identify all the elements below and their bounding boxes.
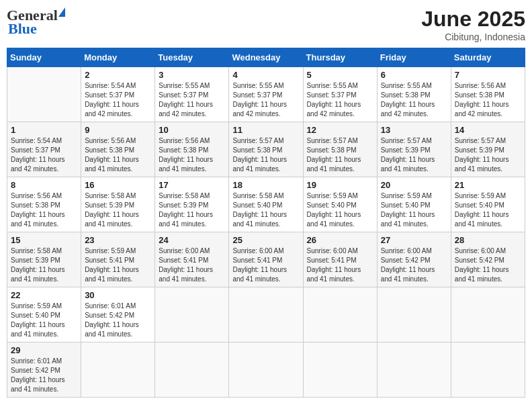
header: General Blue June 2025 Cibitung, Indones… [7, 7, 525, 42]
calendar-cell [7, 67, 81, 122]
day-info: Sunrise: 5:58 AMSunset: 5:39 PMDaylight:… [85, 191, 151, 229]
calendar-cell: 10Sunrise: 5:56 AMSunset: 5:38 PMDayligh… [155, 122, 229, 177]
day-number: 26 [307, 235, 373, 245]
calendar-cell: 13Sunrise: 5:57 AMSunset: 5:39 PMDayligh… [377, 122, 451, 177]
day-number: 12 [307, 125, 373, 135]
calendar-cell [229, 287, 303, 342]
day-info: Sunrise: 5:54 AMSunset: 5:37 PMDaylight:… [85, 81, 151, 119]
day-number: 14 [455, 125, 521, 135]
day-info: Sunrise: 5:58 AMSunset: 5:39 PMDaylight:… [11, 246, 77, 284]
day-number: 5 [307, 70, 373, 80]
calendar-cell: 16Sunrise: 5:58 AMSunset: 5:39 PMDayligh… [81, 177, 155, 232]
day-number: 23 [85, 235, 151, 245]
day-info: Sunrise: 5:56 AMSunset: 5:38 PMDaylight:… [11, 191, 77, 229]
day-info: Sunrise: 5:59 AMSunset: 5:41 PMDaylight:… [85, 246, 151, 284]
header-cell-saturday: Saturday [451, 48, 525, 67]
calendar-cell [155, 342, 229, 398]
calendar-cell: 3Sunrise: 5:55 AMSunset: 5:37 PMDaylight… [155, 67, 229, 122]
calendar-cell [303, 342, 377, 398]
calendar-cell [451, 287, 525, 342]
day-info: Sunrise: 6:01 AMSunset: 5:42 PMDaylight:… [11, 357, 77, 394]
header-cell-friday: Friday [377, 48, 451, 67]
day-number: 19 [307, 180, 373, 190]
calendar-cell: 21Sunrise: 5:59 AMSunset: 5:40 PMDayligh… [451, 177, 525, 232]
calendar-cell: 18Sunrise: 5:58 AMSunset: 5:40 PMDayligh… [229, 177, 303, 232]
day-number: 29 [11, 345, 77, 355]
day-number: 25 [232, 235, 299, 245]
calendar-row-2: 8Sunrise: 5:56 AMSunset: 5:38 PMDaylight… [7, 177, 525, 232]
day-number: 6 [381, 70, 447, 80]
day-info: Sunrise: 5:59 AMSunset: 5:40 PMDaylight:… [381, 191, 447, 229]
day-number: 20 [381, 180, 447, 190]
header-cell-tuesday: Tuesday [155, 48, 229, 67]
day-info: Sunrise: 6:00 AMSunset: 5:41 PMDaylight:… [159, 246, 225, 284]
calendar-cell: 4Sunrise: 5:55 AMSunset: 5:37 PMDaylight… [229, 67, 303, 122]
calendar-cell: 20Sunrise: 5:59 AMSunset: 5:40 PMDayligh… [377, 177, 451, 232]
day-info: Sunrise: 6:00 AMSunset: 5:42 PMDaylight:… [381, 246, 447, 284]
day-info: Sunrise: 5:58 AMSunset: 5:40 PMDaylight:… [232, 191, 299, 229]
day-number: 10 [159, 125, 225, 135]
calendar-cell [229, 342, 303, 398]
calendar-cell [451, 342, 525, 398]
calendar-cell: 30Sunrise: 6:01 AMSunset: 5:42 PMDayligh… [81, 287, 155, 342]
location-title: Cibitung, Indonesia [421, 32, 525, 42]
day-number: 21 [455, 180, 521, 190]
calendar-cell: 12Sunrise: 5:57 AMSunset: 5:38 PMDayligh… [303, 122, 377, 177]
day-info: Sunrise: 5:57 AMSunset: 5:39 PMDaylight:… [455, 136, 521, 174]
day-number: 15 [11, 235, 77, 245]
day-number: 13 [381, 125, 447, 135]
header-cell-thursday: Thursday [303, 48, 377, 67]
day-info: Sunrise: 5:57 AMSunset: 5:38 PMDaylight:… [232, 136, 299, 174]
day-number: 17 [159, 180, 225, 190]
calendar-cell: 1Sunrise: 5:54 AMSunset: 5:37 PMDaylight… [7, 122, 81, 177]
calendar-cell: 23Sunrise: 5:59 AMSunset: 5:41 PMDayligh… [81, 232, 155, 287]
day-number: 3 [159, 70, 225, 80]
calendar-cell: 26Sunrise: 6:00 AMSunset: 5:41 PMDayligh… [303, 232, 377, 287]
day-info: Sunrise: 6:00 AMSunset: 5:42 PMDaylight:… [455, 246, 521, 284]
day-info: Sunrise: 5:54 AMSunset: 5:37 PMDaylight:… [11, 136, 77, 174]
day-number: 4 [232, 70, 299, 80]
calendar-cell: 22Sunrise: 5:59 AMSunset: 5:40 PMDayligh… [7, 287, 81, 342]
day-info: Sunrise: 6:00 AMSunset: 5:41 PMDaylight:… [307, 246, 373, 284]
calendar-cell: 8Sunrise: 5:56 AMSunset: 5:38 PMDaylight… [7, 177, 81, 232]
day-number: 28 [455, 235, 521, 245]
header-row: SundayMondayTuesdayWednesdayThursdayFrid… [7, 48, 525, 67]
calendar-cell: 9Sunrise: 5:56 AMSunset: 5:38 PMDaylight… [81, 122, 155, 177]
calendar-cell: 19Sunrise: 5:59 AMSunset: 5:40 PMDayligh… [303, 177, 377, 232]
calendar-cell: 29Sunrise: 6:01 AMSunset: 5:42 PMDayligh… [7, 342, 81, 398]
calendar-cell [303, 287, 377, 342]
day-number: 16 [85, 180, 151, 190]
calendar-cell [377, 287, 451, 342]
day-number: 27 [381, 235, 447, 245]
logo-flag-icon [58, 7, 65, 17]
calendar-cell: 11Sunrise: 5:57 AMSunset: 5:38 PMDayligh… [229, 122, 303, 177]
day-number: 24 [159, 235, 225, 245]
day-number: 8 [11, 180, 77, 190]
calendar-cell [155, 287, 229, 342]
calendar-cell: 25Sunrise: 6:00 AMSunset: 5:41 PMDayligh… [229, 232, 303, 287]
header-cell-wednesday: Wednesday [229, 48, 303, 67]
day-info: Sunrise: 6:01 AMSunset: 5:42 PMDaylight:… [85, 302, 151, 339]
title-block: June 2025 Cibitung, Indonesia [421, 7, 525, 42]
calendar-cell: 14Sunrise: 5:57 AMSunset: 5:39 PMDayligh… [451, 122, 525, 177]
calendar-cell: 28Sunrise: 6:00 AMSunset: 5:42 PMDayligh… [451, 232, 525, 287]
calendar-table: SundayMondayTuesdayWednesdayThursdayFrid… [7, 48, 525, 398]
calendar-row-1: 1Sunrise: 5:54 AMSunset: 5:37 PMDaylight… [7, 122, 525, 177]
day-info: Sunrise: 5:59 AMSunset: 5:40 PMDaylight:… [455, 191, 521, 229]
day-number: 22 [11, 290, 77, 300]
calendar-cell: 7Sunrise: 5:56 AMSunset: 5:38 PMDaylight… [451, 67, 525, 122]
calendar-cell: 27Sunrise: 6:00 AMSunset: 5:42 PMDayligh… [377, 232, 451, 287]
day-number: 9 [85, 125, 151, 135]
calendar-cell: 5Sunrise: 5:55 AMSunset: 5:37 PMDaylight… [303, 67, 377, 122]
calendar-cell [81, 342, 155, 398]
day-info: Sunrise: 5:56 AMSunset: 5:38 PMDaylight:… [85, 136, 151, 174]
day-info: Sunrise: 5:57 AMSunset: 5:39 PMDaylight:… [381, 136, 447, 174]
day-number: 7 [455, 70, 521, 80]
day-number: 2 [85, 70, 151, 80]
logo-blue-text: Blue [7, 20, 37, 38]
day-info: Sunrise: 5:55 AMSunset: 5:38 PMDaylight:… [381, 81, 447, 119]
calendar-cell [377, 342, 451, 398]
day-info: Sunrise: 5:59 AMSunset: 5:40 PMDaylight:… [307, 191, 373, 229]
day-info: Sunrise: 5:55 AMSunset: 5:37 PMDaylight:… [159, 81, 225, 119]
day-info: Sunrise: 5:56 AMSunset: 5:38 PMDaylight:… [455, 81, 521, 119]
